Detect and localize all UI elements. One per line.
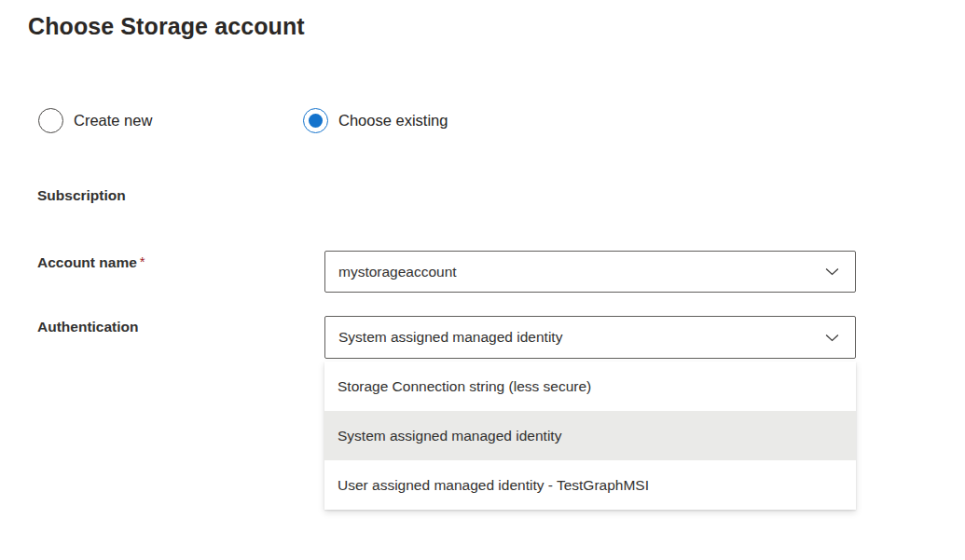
radio-choose-existing-label: Choose existing xyxy=(338,112,448,130)
radio-choose-existing[interactable]: Choose existing xyxy=(303,107,448,133)
chevron-down-icon[interactable] xyxy=(824,330,840,346)
dropdown-option-system-assigned[interactable]: System assigned managed identity xyxy=(324,411,856,460)
account-name-value: mystorageaccount xyxy=(338,264,824,280)
page-title: Choose Storage account xyxy=(28,13,305,40)
authentication-label: Authentication xyxy=(37,319,139,335)
dropdown-option-connection-string[interactable]: Storage Connection string (less secure) xyxy=(324,362,856,411)
chevron-down-icon[interactable] xyxy=(824,264,840,280)
radio-create-new-label: Create new xyxy=(74,112,152,130)
account-name-label: Account name* xyxy=(37,253,145,271)
authentication-combobox[interactable]: System assigned managed identity xyxy=(324,316,856,359)
account-name-label-text: Account name xyxy=(37,254,137,270)
required-asterisk: * xyxy=(140,253,145,269)
radio-selected-icon[interactable] xyxy=(303,108,328,133)
authentication-value: System assigned managed identity xyxy=(338,329,824,346)
radio-dot xyxy=(309,114,323,128)
dropdown-option-user-assigned[interactable]: User assigned managed identity - TestGra… xyxy=(324,460,856,510)
authentication-dropdown-list: Storage Connection string (less secure) … xyxy=(324,362,856,510)
radio-create-new[interactable]: Create new xyxy=(38,107,152,133)
radio-unselected-icon[interactable] xyxy=(38,108,63,133)
account-name-combobox[interactable]: mystorageaccount xyxy=(324,251,856,293)
subscription-label: Subscription xyxy=(37,187,126,204)
